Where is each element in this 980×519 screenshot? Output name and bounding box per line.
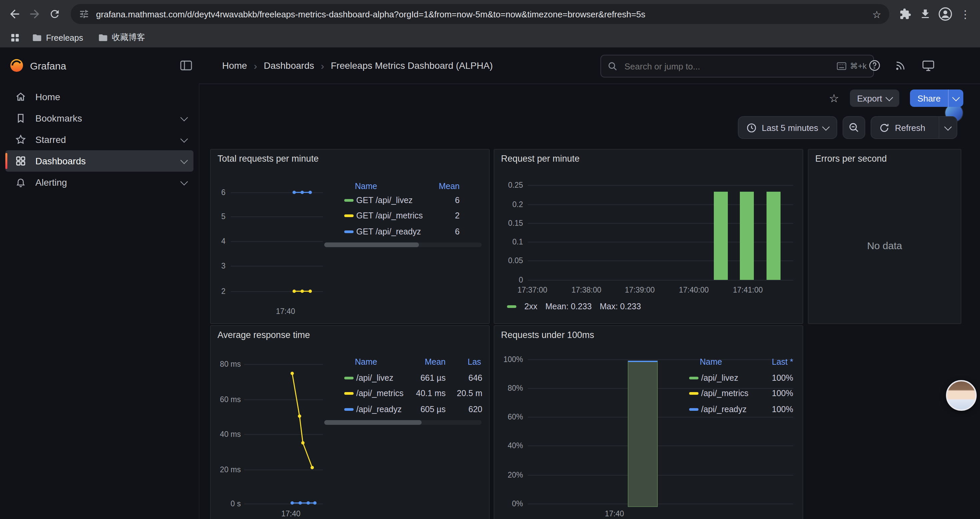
panel-title[interactable]: Errors per second [815, 153, 887, 164]
refresh-action[interactable]: Refresh [872, 117, 933, 138]
help-icon[interactable] [869, 59, 881, 72]
legend-scrollbar[interactable] [324, 420, 482, 425]
x-tick: 17:39:00 [625, 286, 655, 294]
share-button: Share [910, 89, 963, 107]
search-box[interactable]: ⌘+k [600, 55, 874, 77]
legend: 2xx Mean: 0.233 Max: 0.233 [507, 302, 641, 311]
sidebar-item-label: Home [35, 91, 60, 102]
share-menu-caret[interactable] [948, 89, 963, 107]
chevron-down-icon[interactable] [180, 135, 188, 143]
y-tick: 0.2 [496, 200, 523, 208]
bookmarks-bar: Freeleaps 收藏博客 [0, 28, 980, 48]
site-info-icon[interactable] [79, 9, 89, 19]
share-label[interactable]: Share [910, 89, 948, 107]
export-button[interactable]: Export [850, 89, 899, 107]
bookmark-folder-blogs[interactable]: 收藏博客 [92, 30, 150, 45]
series-name[interactable]: /api/_readyz [356, 403, 402, 416]
apps-grid-icon[interactable] [7, 30, 23, 46]
series-name[interactable]: 2xx [524, 302, 538, 311]
y-tick: 40% [496, 442, 523, 450]
chevron-down-icon[interactable] [180, 156, 188, 164]
breadcrumb-dashboards[interactable]: Dashboards [264, 60, 314, 71]
sidebar-item-label: Starred [35, 134, 66, 145]
time-range-picker[interactable]: Last 5 minutes [738, 116, 838, 139]
series-name[interactable]: /api/_metrics [356, 387, 404, 400]
forward-icon[interactable] [25, 5, 44, 23]
legend-row: GET /api/_livez 6 [344, 194, 481, 207]
series-swatch [507, 305, 516, 308]
panel-errors-per-second: Errors per second No data [808, 149, 961, 324]
sidebar-item-alerting[interactable]: Alerting [5, 172, 194, 193]
y-tick: 100% [496, 355, 523, 363]
legend-header-name[interactable]: Name [355, 180, 377, 193]
sidebar-item-label: Dashboards [35, 156, 86, 166]
series-swatch [344, 377, 353, 379]
menu-kebab-icon[interactable]: ⋮ [956, 5, 975, 23]
chevron-down-icon [952, 94, 960, 101]
reload-icon[interactable] [45, 5, 64, 23]
series-name[interactable]: /api/_readyz [701, 403, 746, 416]
refresh-interval-caret[interactable] [939, 117, 957, 138]
breadcrumb-current: Freeleaps Metrics Dashboard (ALPHA) [331, 60, 493, 71]
series-name[interactable]: GET /api/_readyz [356, 225, 421, 238]
gridline [528, 185, 793, 186]
sidebar-item-starred[interactable]: Starred [5, 129, 194, 150]
url-input[interactable] [95, 8, 867, 20]
series-name[interactable]: GET /api/_livez [356, 194, 413, 207]
sidebar-item-home[interactable]: Home [5, 86, 194, 107]
x-tick: 17:38:00 [571, 286, 601, 294]
chevron-down-icon[interactable] [180, 113, 188, 121]
gridline [528, 504, 793, 504]
y-tick: 20% [496, 471, 523, 479]
legend-scrollbar[interactable] [324, 243, 482, 247]
bar-2xx [767, 192, 781, 280]
series-name[interactable]: /api/_livez [701, 371, 738, 385]
legend-header-mean[interactable]: Mean [425, 355, 445, 369]
search-input[interactable] [623, 61, 831, 72]
legend-row: /api/_metrics 40.1 ms 20.5 m [344, 387, 482, 400]
assistant-avatar[interactable] [946, 380, 977, 411]
series-swatch [344, 199, 353, 202]
extensions-icon[interactable] [896, 5, 915, 23]
breadcrumb-home[interactable]: Home [222, 60, 247, 71]
chevron-down-icon[interactable] [180, 178, 188, 185]
series-name[interactable]: /api/_metrics [701, 387, 749, 400]
sidebar-item-bookmarks[interactable]: Bookmarks [5, 107, 194, 129]
screen: ☆ ⋮ Freeleaps 收藏博客 [0, 0, 980, 519]
y-tick: 0.15 [496, 219, 523, 227]
search-icon [608, 61, 618, 71]
sidebar-item-dashboards[interactable]: Dashboards [5, 150, 194, 172]
legend-header-name[interactable]: Name [355, 355, 377, 369]
gridline [528, 280, 793, 281]
legend-row: /api/_readyz 605 µs 620 [344, 403, 482, 416]
panel-title[interactable]: Request per minute [501, 153, 580, 164]
legend-header-last[interactable]: Las [468, 355, 481, 369]
back-icon[interactable] [5, 5, 24, 23]
legend-header-mean[interactable]: Mean [439, 180, 460, 193]
bookmark-star-icon[interactable]: ☆ [872, 9, 881, 19]
favorite-star-icon[interactable]: ☆ [829, 93, 839, 104]
panel-title[interactable]: Requests under 100ms [501, 330, 594, 340]
zoom-out-icon[interactable] [843, 116, 865, 139]
clock-icon [746, 123, 757, 133]
series-mean: 6 [455, 194, 460, 207]
news-rss-icon[interactable] [895, 59, 907, 72]
address-bar[interactable]: ☆ [71, 4, 889, 24]
legend-row: /api/_livez 661 µs 646 [344, 371, 482, 385]
profile-icon[interactable] [936, 5, 955, 23]
panel-total-requests: Total requests per minute 6 5 4 3 2 17:4… [210, 149, 490, 324]
brand-label: Grafana [30, 60, 66, 71]
y-tick: 0.05 [496, 257, 523, 265]
download-icon[interactable] [916, 5, 935, 23]
sidebar-toggle-icon[interactable] [180, 60, 192, 71]
search-shortcut: ⌘+k [837, 61, 867, 71]
grafana-logo[interactable] [10, 58, 24, 73]
series-name[interactable]: /api/_livez [356, 371, 393, 385]
legend-header-name[interactable]: Name [700, 355, 722, 369]
series-name[interactable]: GET /api/_metrics [356, 209, 423, 222]
legend-header-last[interactable]: Last * [772, 355, 793, 369]
monitor-icon[interactable] [922, 59, 935, 72]
bookmark-folder-freeleaps[interactable]: Freeleaps [27, 31, 88, 45]
series-last: 100% [772, 387, 793, 400]
star-icon [15, 134, 26, 145]
